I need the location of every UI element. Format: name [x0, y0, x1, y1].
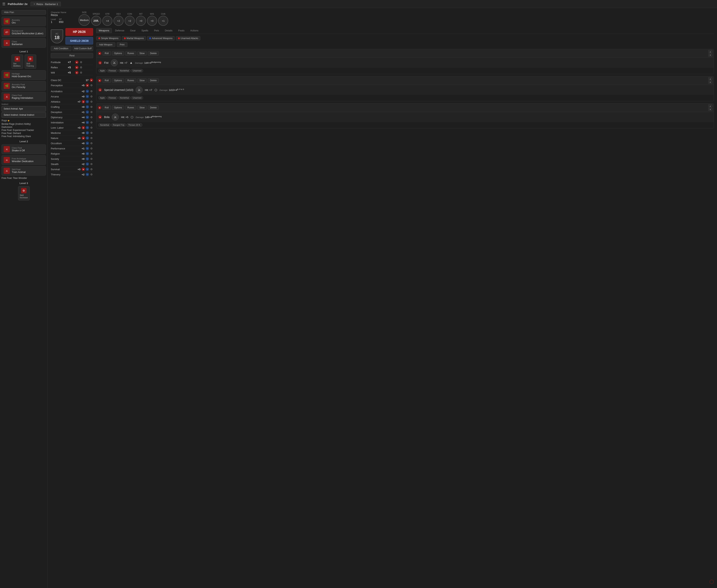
add-custom-buff-button[interactable]: Add Custom Buff: [72, 46, 93, 51]
nav-tab-pets[interactable]: Pets: [151, 28, 161, 33]
perception-gear-icon[interactable]: ⚙: [90, 84, 93, 87]
sidebar-item-skill-feat[interactable]: ⚔ Skill Feat Train Animal: [2, 166, 46, 175]
will-red-icon[interactable]: ●: [75, 71, 79, 74]
weapon-type-simple-weapons[interactable]: Simple Weapons: [96, 36, 121, 40]
weapon-down-arrow[interactable]: ▼: [708, 81, 712, 84]
nav-tab-defense[interactable]: Defense: [113, 28, 127, 33]
skill-red-icon[interactable]: ●: [82, 126, 85, 129]
weapon-type-martial-weapons[interactable]: Martial Weapons: [122, 36, 146, 40]
skill-gear-icon[interactable]: ⚙: [90, 142, 93, 145]
set-abilities-button[interactable]: ⚙ Set Abilities: [12, 55, 23, 69]
weapon-action-stow[interactable]: Stow: [137, 51, 147, 56]
weapon-action-runes[interactable]: Runes: [125, 78, 136, 83]
weapon-action-roll[interactable]: Roll: [103, 51, 111, 56]
skill-blue-icon[interactable]: U: [86, 131, 89, 134]
weapon-action-runes[interactable]: Runes: [125, 106, 136, 110]
sidebar-item-ancestry[interactable]: 🌿 Ancestry Orc: [2, 17, 46, 26]
skill-training-button[interactable]: ⚙ Skill Training: [25, 55, 36, 69]
reflex-red-icon[interactable]: ●: [75, 66, 79, 69]
fortitude-gear-icon[interactable]: ⚙: [79, 60, 83, 64]
skill-gear-icon[interactable]: ⚙: [90, 95, 93, 98]
class-dc-red-icon[interactable]: ●: [90, 78, 93, 82]
rest-button[interactable]: Rest: [51, 53, 93, 58]
skill-gear-icon[interactable]: ⚙: [90, 168, 93, 171]
skill-gear-icon[interactable]: ⚙: [90, 121, 93, 124]
weapon-action-options[interactable]: Options: [112, 78, 124, 83]
sidebar-item-class-feat[interactable]: ⚔ Class Feat Raging Intimidation: [2, 92, 46, 102]
nav-tab-actions[interactable]: Actions: [188, 28, 201, 33]
nav-tab-gear[interactable]: Gear: [128, 28, 138, 33]
weapon-up-arrow[interactable]: ▲: [708, 50, 712, 53]
weapon-action-roll[interactable]: Roll: [103, 106, 111, 110]
sidebar-item-heritage[interactable]: 🌿 Heritage Hold-Scarred Orc: [2, 70, 46, 80]
weapon-type-advanced-weapons[interactable]: Advanced Weapons: [147, 36, 175, 40]
weapon-up-arrow[interactable]: ▲: [708, 104, 712, 107]
skill-blue-icon[interactable]: U: [86, 147, 89, 150]
skill-blue-icon[interactable]: U: [86, 136, 89, 140]
skill-blue-icon[interactable]: U: [86, 126, 89, 129]
skill-blue-icon[interactable]: U: [86, 173, 89, 176]
sidebar-item-background[interactable]: 🏷 Background Grizzled Muckrucker (Labor): [2, 27, 46, 37]
perception-red-icon[interactable]: ●: [86, 84, 89, 87]
skill-gear-icon[interactable]: ⚙: [90, 162, 93, 166]
weapon-down-arrow[interactable]: ▼: [708, 54, 712, 57]
sidebar-item-class[interactable]: ⚔ Class Barbarian: [2, 38, 46, 48]
skill-blue-icon[interactable]: U: [86, 89, 89, 93]
hide-plan-button[interactable]: Hide Plan: [2, 10, 46, 15]
skill-gear-icon[interactable]: ⚙: [90, 157, 93, 161]
skill-blue-icon[interactable]: U: [86, 100, 89, 103]
nav-tab-weapons[interactable]: Weapons: [96, 28, 112, 33]
skill-red-icon[interactable]: ●: [82, 100, 85, 103]
select-instinct-field[interactable]: Select Instinct: Animal Instinct: [2, 112, 46, 118]
skill-blue-icon[interactable]: U: [86, 168, 89, 171]
hp-bar[interactable]: HP 26/26: [65, 28, 93, 36]
skill-gear-icon[interactable]: ⚙: [90, 105, 93, 109]
skill-blue-icon[interactable]: U: [86, 157, 89, 161]
skill-gear-icon[interactable]: ⚙: [90, 100, 93, 103]
add-condition-button[interactable]: Add Condition: [51, 46, 71, 51]
will-gear-icon[interactable]: ⚙: [79, 71, 83, 74]
skill-gear-icon[interactable]: ⚙: [90, 173, 93, 176]
weapon-action-delete[interactable]: Delete: [148, 106, 159, 110]
skill-blue-icon[interactable]: U: [86, 152, 89, 155]
weapon-up-arrow[interactable]: ▲: [708, 77, 712, 80]
weapon-action-runes[interactable]: Runes: [125, 51, 136, 56]
sidebar-item-level2-class-feat[interactable]: ⚔ Class Feat Shake it Off: [2, 144, 46, 154]
skill-blue-icon[interactable]: U: [86, 162, 89, 166]
sidebar-item-ancestry-feat[interactable]: 🌿 Ancestry Feat Orc Ferocity: [2, 81, 46, 91]
weapon-action-stow[interactable]: Stow: [137, 106, 147, 110]
skill-red-icon[interactable]: ●: [82, 168, 85, 171]
reflex-gear-icon[interactable]: ⚙: [79, 66, 83, 69]
skill-blue-icon[interactable]: U: [86, 105, 89, 109]
skill-gear-icon[interactable]: ⚙: [90, 126, 93, 129]
skill-gear-icon[interactable]: ⚙: [90, 136, 93, 140]
print-button[interactable]: Print: [117, 42, 127, 47]
skill-blue-icon[interactable]: U: [86, 121, 89, 124]
nav-tab-spells[interactable]: Spells: [139, 28, 151, 33]
skill-blue-icon[interactable]: U: [86, 110, 89, 114]
weapon-action-delete[interactable]: Delete: [148, 78, 159, 83]
skill-gear-icon[interactable]: ⚙: [90, 131, 93, 134]
skill-increase-button[interactable]: ⚙ Skill Increase: [18, 186, 30, 201]
menu-icon[interactable]: ☰: [2, 2, 5, 6]
add-weapon-button[interactable]: Add Weapon: [96, 42, 115, 47]
weapon-action-stow[interactable]: Stow: [137, 78, 147, 83]
weapon-action-roll[interactable]: Roll: [103, 78, 111, 83]
skill-red-icon[interactable]: ●: [82, 136, 85, 140]
weapon-down-arrow[interactable]: ▼: [708, 108, 712, 111]
skill-gear-icon[interactable]: ⚙: [90, 89, 93, 93]
nav-tab-details[interactable]: Details: [162, 28, 175, 33]
shield-bar[interactable]: SHIELD 28/28: [65, 37, 93, 44]
skill-gear-icon[interactable]: ⚙: [90, 115, 93, 119]
weapon-action-options[interactable]: Options: [112, 106, 124, 110]
sidebar-item-free-archetype[interactable]: ⚔ Free Archetype Wrestler Dedication: [2, 155, 46, 165]
select-animal-field[interactable]: Select Animal: Ape: [2, 106, 46, 111]
weapon-type-unarmed-attacks[interactable]: Unarmed Attacks: [176, 36, 200, 40]
skill-blue-icon[interactable]: U: [86, 95, 89, 98]
skill-blue-icon[interactable]: U: [86, 115, 89, 119]
skill-gear-icon[interactable]: ⚙: [90, 152, 93, 155]
tab-close-icon[interactable]: ✕: [34, 3, 35, 5]
weapon-action-options[interactable]: Options: [112, 51, 124, 56]
skill-gear-icon[interactable]: ⚙: [90, 147, 93, 150]
character-tab[interactable]: ✕ Reiza - Barbarian 1: [30, 2, 61, 6]
